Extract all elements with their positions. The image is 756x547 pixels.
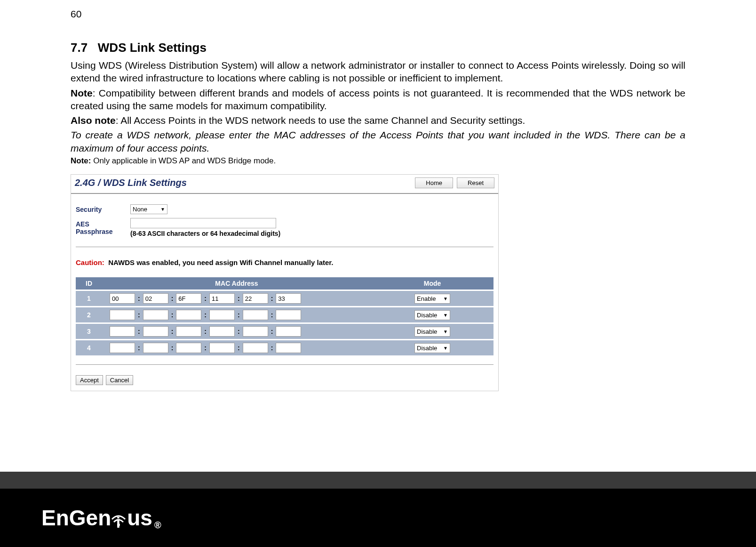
mac-octet-input[interactable] <box>110 326 135 337</box>
accept-button[interactable]: Accept <box>76 375 103 385</box>
aes-label: AES Passphrase <box>71 216 127 239</box>
colon-separator: : <box>270 295 274 302</box>
security-value: None <box>133 206 147 213</box>
mode-cell: Disable▼ <box>371 307 493 322</box>
colon-separator: : <box>137 328 141 335</box>
mode-select[interactable]: Enable▼ <box>414 294 450 304</box>
mode-cell: Disable▼ <box>371 324 493 339</box>
mac-octet-input[interactable] <box>176 326 201 337</box>
mac-octet-input[interactable] <box>276 343 301 353</box>
mac-octet-input[interactable] <box>209 293 235 304</box>
mac-octet-input[interactable] <box>243 310 268 320</box>
wds-settings-panel: 2.4G / WDS Link Settings Home Reset Secu… <box>71 174 499 391</box>
chevron-down-icon: ▼ <box>443 346 448 351</box>
also-note-label: Also note <box>71 115 116 126</box>
intro-paragraph: Using WDS (Wireless Distribution System)… <box>71 59 685 85</box>
colon-separator: : <box>170 344 175 352</box>
colon-separator: : <box>137 295 141 302</box>
mode-select[interactable]: Disable▼ <box>414 343 450 353</box>
colon-separator: : <box>137 344 141 352</box>
mac-octet-input[interactable] <box>110 343 135 353</box>
table-row: 4:::::Disable▼ <box>76 340 493 355</box>
registered-icon: ® <box>154 520 161 531</box>
row-id: 4 <box>76 340 102 355</box>
mode-select[interactable]: Disable▼ <box>414 310 450 320</box>
caution-text: NAWDS was enabled, you need assign Wifi … <box>108 258 333 266</box>
mode-cell: Disable▼ <box>371 340 493 355</box>
chevron-down-icon: ▼ <box>160 207 165 212</box>
row-id: 2 <box>76 307 102 322</box>
footer: EnGen i us® <box>0 489 756 547</box>
note-text: : Compatibility between different brands… <box>71 88 685 111</box>
col-id: ID <box>76 277 102 290</box>
mac-octet-input[interactable] <box>143 293 168 304</box>
mac-octet-input[interactable] <box>143 326 168 337</box>
section-number: 7.7 <box>71 40 88 55</box>
italic-instruction: To create a WDS network, please enter th… <box>71 129 685 154</box>
security-label: Security <box>71 202 127 216</box>
mac-octet-input[interactable] <box>243 326 268 337</box>
caution-line: Caution: NAWDS was enabled, you need ass… <box>71 247 498 273</box>
row-id: 1 <box>76 291 102 306</box>
small-note-label: Note: <box>71 156 91 165</box>
reset-button[interactable]: Reset <box>457 177 494 188</box>
mode-value: Disable <box>417 312 437 319</box>
mac-octet-input[interactable] <box>176 310 201 320</box>
chevron-down-icon: ▼ <box>443 329 448 334</box>
also-note-paragraph: Also note: All Access Points in the WDS … <box>71 114 685 127</box>
mac-octet-input[interactable] <box>243 343 268 353</box>
security-select[interactable]: None ▼ <box>130 204 167 214</box>
colon-separator: : <box>203 344 207 352</box>
mode-select[interactable]: Disable▼ <box>414 327 450 337</box>
colon-separator: : <box>203 328 207 335</box>
mac-octet-input[interactable] <box>209 343 235 353</box>
cancel-button[interactable]: Cancel <box>106 375 133 385</box>
home-button[interactable]: Home <box>415 177 453 188</box>
small-note: Note: Only applicable in WDS AP and WDS … <box>71 156 685 166</box>
mac-octet-input[interactable] <box>143 310 168 320</box>
section-title-text: WDS Link Settings <box>98 40 207 55</box>
colon-separator: : <box>237 311 241 319</box>
mac-octet-input[interactable] <box>276 293 301 304</box>
colon-separator: : <box>237 295 241 302</box>
col-mac: MAC Address <box>102 277 371 290</box>
mac-octet-input[interactable] <box>209 326 235 337</box>
colon-separator: : <box>270 344 274 352</box>
colon-separator: : <box>237 328 241 335</box>
colon-separator: : <box>203 311 207 319</box>
section-heading: 7.7 WDS Link Settings <box>71 40 685 55</box>
mac-octet-input[interactable] <box>176 343 201 353</box>
col-mode: Mode <box>371 277 493 290</box>
colon-separator: : <box>270 311 274 319</box>
mac-cell: ::::: <box>102 291 371 306</box>
mac-cell: ::::: <box>102 324 371 339</box>
engenius-logo: EnGen i us® <box>41 505 161 531</box>
colon-separator: : <box>170 295 175 302</box>
table-row: 1:::::Enable▼ <box>76 291 493 306</box>
aes-hint: (8-63 ASCII characters or 64 hexadecimal… <box>130 230 495 237</box>
svg-text:i: i <box>116 514 120 528</box>
page-number: 60 <box>71 8 685 20</box>
mac-octet-input[interactable] <box>276 310 301 320</box>
mac-octet-input[interactable] <box>110 293 135 304</box>
note-paragraph: Note: Compatibility between different br… <box>71 87 685 113</box>
mode-cell: Enable▼ <box>371 291 493 306</box>
also-note-text: : All Access Points in the WDS network n… <box>116 115 525 126</box>
small-note-text: Only applicable in WDS AP and WDS Bridge… <box>91 156 276 165</box>
mode-value: Enable <box>417 295 436 302</box>
mode-value: Disable <box>417 345 437 352</box>
logo-en: En <box>41 505 69 531</box>
table-row: 2:::::Disable▼ <box>76 307 493 322</box>
mac-octet-input[interactable] <box>176 293 201 304</box>
mac-octet-input[interactable] <box>276 326 301 337</box>
mode-value: Disable <box>417 328 437 335</box>
mac-octet-input[interactable] <box>209 310 235 320</box>
mac-octet-input[interactable] <box>110 310 135 320</box>
mac-octet-input[interactable] <box>243 293 268 304</box>
aes-passphrase-input[interactable] <box>130 218 276 228</box>
chevron-down-icon: ▼ <box>443 313 448 318</box>
logo-us: us <box>127 505 152 531</box>
mac-cell: ::::: <box>102 307 371 322</box>
mac-octet-input[interactable] <box>143 343 168 353</box>
footer-strip <box>0 472 756 489</box>
